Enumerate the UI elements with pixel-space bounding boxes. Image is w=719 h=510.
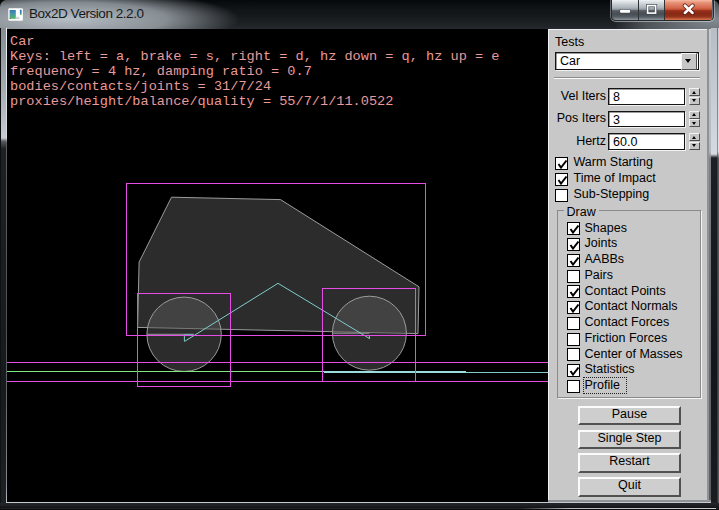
svg-text:frequency = 4 hz, damping rati: frequency = 4 hz, damping ratio = 0.7 (10, 64, 312, 79)
svg-text:bodies/contacts/joints = 31/7/: bodies/contacts/joints = 31/7/24 (10, 79, 271, 94)
svg-text:Keys: left = a, brake = s, rig: Keys: left = a, brake = s, right = d, hz… (10, 49, 499, 64)
svg-text:Car: Car (10, 34, 34, 49)
svg-text:proxies/height/balance/quality: proxies/height/balance/quality = 55/7/1/… (10, 94, 393, 109)
